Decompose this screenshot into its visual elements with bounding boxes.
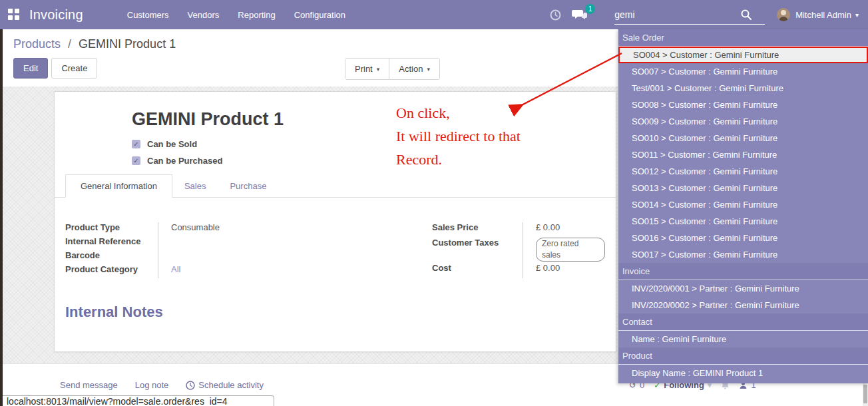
dropdown-group-header: Invoice bbox=[618, 263, 868, 280]
status-url: localhost:8013/mail/view?model=sale.orde… bbox=[3, 396, 274, 406]
field-value: Consumable bbox=[158, 222, 220, 236]
field-value bbox=[158, 250, 220, 264]
user-avatar[interactable] bbox=[777, 8, 790, 21]
schedule-activity-button[interactable]: Schedule activity bbox=[186, 380, 264, 390]
dropdown-result-item[interactable]: Display Name : GEMINI Product 1 bbox=[618, 365, 868, 381]
dropdown-result-item[interactable]: SO009 > Customer : Gemini Furniture bbox=[618, 113, 868, 130]
field-label: Internal Reference bbox=[65, 236, 158, 250]
field-row: Customer TaxesZero rated sales bbox=[432, 238, 605, 264]
dropdown-result-item[interactable]: SO016 > Customer : Gemini Furniture bbox=[618, 230, 868, 246]
user-menu-caret-icon[interactable]: ▾ bbox=[855, 11, 859, 19]
checkbox-icon[interactable]: ✓ bbox=[132, 156, 140, 165]
browser-status-tooltip: localhost:8013/mail/view?model=sale.orde… bbox=[3, 395, 274, 406]
dropdown-group-header: Contact bbox=[618, 313, 868, 331]
search-results-dropdown: Sale OrderSO004 > Customer : Gemini Furn… bbox=[618, 29, 868, 383]
messages-icon[interactable]: 1 bbox=[572, 9, 588, 21]
browser-scrollbar[interactable] bbox=[863, 383, 868, 406]
global-search bbox=[614, 5, 765, 25]
top-navbar: Invoicing CustomersVendorsReportingConfi… bbox=[0, 0, 868, 29]
print-dropdown-button[interactable]: Print▾ bbox=[345, 59, 389, 79]
product-flags: ✓Can be Sold✓Can be Purchased bbox=[132, 136, 616, 169]
field-value[interactable]: Zero rated sales bbox=[523, 238, 605, 264]
main-menu: CustomersVendorsReportingConfiguration bbox=[120, 6, 352, 24]
field-label: Cost bbox=[432, 263, 523, 278]
right-field-group: Sales Price£ 0.00Customer TaxesZero rate… bbox=[432, 222, 605, 278]
schedule-clock-icon bbox=[186, 381, 195, 390]
breadcrumb-products-link[interactable]: Products bbox=[13, 37, 61, 51]
field-label: Sales Price bbox=[432, 222, 523, 238]
field-row: Barcode bbox=[65, 250, 220, 264]
field-value[interactable]: All bbox=[158, 264, 220, 278]
dropdown-result-item[interactable]: SO007 > Customer : Gemini Furniture bbox=[618, 63, 868, 80]
field-value: £ 0.00 bbox=[523, 263, 605, 278]
dropdown-result-item[interactable]: SO015 > Customer : Gemini Furniture bbox=[618, 213, 868, 230]
dropdown-result-item[interactable]: SO004 > Customer : Gemini Furniture bbox=[618, 47, 868, 63]
checkbox-label: Can be Sold bbox=[147, 139, 197, 149]
field-row: Product TypeConsumable bbox=[65, 222, 220, 236]
chatter-actions: Send message Log note Schedule activity bbox=[60, 380, 264, 390]
tab-general-information[interactable]: General Information bbox=[65, 174, 172, 198]
checkbox-label: Can be Purchased bbox=[147, 156, 222, 166]
product-form-card: GEMINI Product 1 ✓Can be Sold✓Can be Pur… bbox=[54, 91, 616, 352]
menu-configuration[interactable]: Configuration bbox=[288, 6, 352, 24]
dropdown-result-item[interactable]: SO017 > Customer : Gemini Furniture bbox=[618, 246, 868, 263]
log-note-button[interactable]: Log note bbox=[135, 380, 169, 390]
user-menu[interactable]: Mitchell Admin bbox=[795, 10, 851, 20]
dropdown-result-item[interactable]: SO011 > Customer : Gemini Furniture bbox=[618, 146, 868, 163]
field-row: Product CategoryAll bbox=[65, 264, 220, 278]
field-label: Product Category bbox=[65, 264, 158, 278]
field-value bbox=[158, 236, 220, 250]
internal-notes-heading: Internal Notes bbox=[65, 304, 616, 321]
dropdown-result-item[interactable]: Name : Gemini Furniture bbox=[618, 331, 868, 347]
left-field-group: Product TypeConsumableInternal Reference… bbox=[65, 222, 220, 278]
field-label: Customer Taxes bbox=[432, 238, 523, 264]
tab-purchase[interactable]: Purchase bbox=[218, 175, 278, 197]
apps-menu-icon[interactable] bbox=[8, 9, 20, 21]
menu-customers[interactable]: Customers bbox=[120, 6, 176, 24]
dropdown-result-item[interactable]: SO010 > Customer : Gemini Furniture bbox=[618, 130, 868, 146]
field-columns: Product TypeConsumableInternal Reference… bbox=[55, 198, 616, 278]
form-buttons: Edit Create bbox=[13, 58, 97, 79]
window-left-edge bbox=[0, 29, 3, 406]
dropdown-result-item[interactable]: SO014 > Customer : Gemini Furniture bbox=[618, 196, 868, 213]
dropdown-result-item[interactable]: Test/001 > Customer : Gemini Furniture bbox=[618, 80, 868, 97]
app-name[interactable]: Invoicing bbox=[29, 7, 83, 23]
dropdown-result-item[interactable]: SO012 > Customer : Gemini Furniture bbox=[618, 163, 868, 180]
notebook-tabs: General InformationSalesPurchase bbox=[55, 174, 616, 198]
message-count-badge: 1 bbox=[585, 4, 595, 14]
dropdown-result-item[interactable]: INV/2020/0001 > Partner : Gemini Furnitu… bbox=[618, 280, 868, 297]
print-action-group: Print▾ Action▾ bbox=[345, 58, 440, 80]
field-label: Product Type bbox=[65, 222, 158, 236]
create-button[interactable]: Create bbox=[51, 58, 97, 79]
action-caret-icon: ▾ bbox=[427, 66, 430, 73]
breadcrumb-separator: / bbox=[68, 37, 71, 51]
field-row: Cost£ 0.00 bbox=[432, 263, 605, 278]
search-icon[interactable] bbox=[741, 9, 752, 20]
search-input[interactable] bbox=[614, 9, 741, 20]
send-message-button[interactable]: Send message bbox=[60, 380, 118, 390]
checkbox-row: ✓Can be Purchased bbox=[132, 152, 616, 169]
navbar-right: 1 Mitchell Admin ▾ bbox=[550, 0, 868, 29]
breadcrumb-current: GEMINI Product 1 bbox=[79, 37, 176, 51]
tab-sales[interactable]: Sales bbox=[172, 175, 218, 197]
field-label: Barcode bbox=[65, 250, 158, 264]
dropdown-result-item[interactable]: SO013 > Customer : Gemini Furniture bbox=[618, 180, 868, 196]
menu-vendors[interactable]: Vendors bbox=[181, 6, 226, 24]
activities-clock-icon[interactable] bbox=[550, 9, 561, 21]
checkbox-icon[interactable]: ✓ bbox=[132, 140, 140, 148]
edit-button[interactable]: Edit bbox=[13, 58, 48, 79]
action-dropdown-button[interactable]: Action▾ bbox=[389, 59, 439, 79]
breadcrumb: Products / GEMINI Product 1 bbox=[13, 37, 176, 51]
print-caret-icon: ▾ bbox=[377, 66, 380, 73]
field-row: Sales Price£ 0.00 bbox=[432, 222, 605, 238]
field-row: Internal Reference bbox=[65, 236, 220, 250]
menu-reporting[interactable]: Reporting bbox=[231, 6, 282, 24]
tax-pill[interactable]: Zero rated sales bbox=[536, 238, 605, 262]
dropdown-group-header: Sale Order bbox=[618, 29, 868, 47]
field-value: £ 0.00 bbox=[523, 222, 605, 238]
product-title: GEMINI Product 1 bbox=[132, 109, 616, 130]
dropdown-result-item[interactable]: SO008 > Customer : Gemini Furniture bbox=[618, 97, 868, 113]
dropdown-result-item[interactable]: INV/2020/0002 > Partner : Gemini Furnitu… bbox=[618, 297, 868, 313]
checkbox-row: ✓Can be Sold bbox=[132, 136, 616, 152]
dropdown-group-header: Product bbox=[618, 347, 868, 365]
